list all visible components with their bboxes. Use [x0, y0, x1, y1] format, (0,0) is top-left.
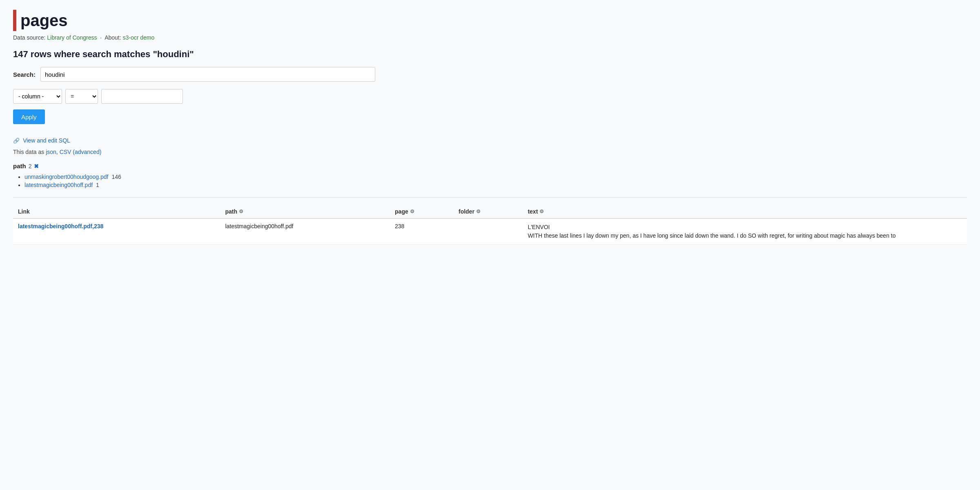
export-prefix: This data as [13, 149, 44, 155]
brand-bar [13, 10, 16, 31]
cell-path: latestmagicbeing00hoff.pdf [220, 218, 390, 245]
data-source-link[interactable]: Library of Congress [47, 34, 97, 41]
json-link[interactable]: json [46, 149, 56, 155]
about-link[interactable]: s3-ocr demo [123, 34, 155, 41]
facet-item-count-1: 1 [96, 182, 99, 188]
col-header-folder: folder ⚙ [454, 205, 523, 218]
table-header: Link path ⚙ page ⚙ folder ⚙ [13, 205, 967, 218]
app-title: pages [20, 11, 68, 30]
advanced-link[interactable]: (advanced) [73, 149, 101, 155]
list-item: unmaskingrobert00houdgoog.pdf 146 [24, 174, 967, 180]
apply-button[interactable]: Apply [13, 109, 45, 124]
facet-item-link-1[interactable]: latestmagicbeing00hoff.pdf [24, 182, 93, 188]
cell-text: L'ENVOIWITH these last lines I lay down … [523, 218, 967, 245]
results-heading: 147 rows where search matches "houdini" [13, 49, 967, 60]
col-header-link: Link [13, 205, 220, 218]
apply-button-row: Apply [13, 109, 967, 130]
facet-name: path [13, 163, 26, 169]
export-row: This data as json, CSV (advanced) [13, 149, 967, 155]
cell-page: 238 [390, 218, 454, 245]
filter-value-input[interactable] [101, 89, 183, 104]
gear-icon-path[interactable]: ⚙ [239, 209, 243, 214]
table-divider [13, 197, 967, 198]
app-header: pages [13, 10, 967, 31]
facet-count: 2 [29, 163, 32, 169]
gear-icon-folder[interactable]: ⚙ [476, 209, 481, 214]
table-body: latestmagicbeing00hoff.pdf,238 latestmag… [13, 218, 967, 245]
col-label-link: Link [18, 208, 30, 215]
facet-title: path 2 ✖ [13, 163, 967, 169]
col-label-page: page [395, 208, 408, 215]
column-filter-select[interactable]: - column - [13, 89, 62, 104]
facet-list: unmaskingrobert00houdgoog.pdf 146 latest… [13, 174, 967, 188]
csv-link[interactable]: CSV [60, 149, 71, 155]
col-label-path: path [225, 208, 237, 215]
list-item: latestmagicbeing00hoff.pdf 1 [24, 182, 967, 188]
search-input[interactable] [40, 67, 375, 82]
facet-item-count-0: 146 [111, 174, 121, 180]
data-table: Link path ⚙ page ⚙ folder ⚙ [13, 205, 967, 245]
table-header-row: Link path ⚙ page ⚙ folder ⚙ [13, 205, 967, 218]
col-label-text: text [528, 208, 538, 215]
data-source-label: Data source: [13, 34, 45, 41]
col-label-folder: folder [459, 208, 474, 215]
col-header-text: text ⚙ [523, 205, 967, 218]
sql-link[interactable]: View and edit SQL [23, 137, 70, 144]
cell-link: latestmagicbeing00hoff.pdf,238 [13, 218, 220, 245]
about-label: About: [105, 34, 121, 41]
facet-item-link-0[interactable]: unmaskingrobert00houdgoog.pdf [24, 174, 109, 180]
sql-icon: 🔗 [13, 138, 20, 144]
search-row: Search: [13, 67, 967, 82]
data-source-line: Data source: Library of Congress · About… [13, 34, 967, 41]
facet-section: path 2 ✖ unmaskingrobert00houdgoog.pdf 1… [13, 163, 967, 188]
sql-link-row: 🔗 View and edit SQL [13, 137, 967, 144]
row-link[interactable]: latestmagicbeing00hoff.pdf,238 [18, 223, 103, 229]
filter-row: - column - = [13, 89, 967, 104]
col-header-page: page ⚙ [390, 205, 454, 218]
operator-filter-select[interactable]: = [65, 89, 98, 104]
gear-icon-page[interactable]: ⚙ [410, 209, 414, 214]
facet-close-button[interactable]: ✖ [34, 163, 39, 169]
col-header-path: path ⚙ [220, 205, 390, 218]
table-row: latestmagicbeing00hoff.pdf,238 latestmag… [13, 218, 967, 245]
gear-icon-text[interactable]: ⚙ [539, 209, 544, 214]
search-label: Search: [13, 71, 36, 78]
cell-folder [454, 218, 523, 245]
